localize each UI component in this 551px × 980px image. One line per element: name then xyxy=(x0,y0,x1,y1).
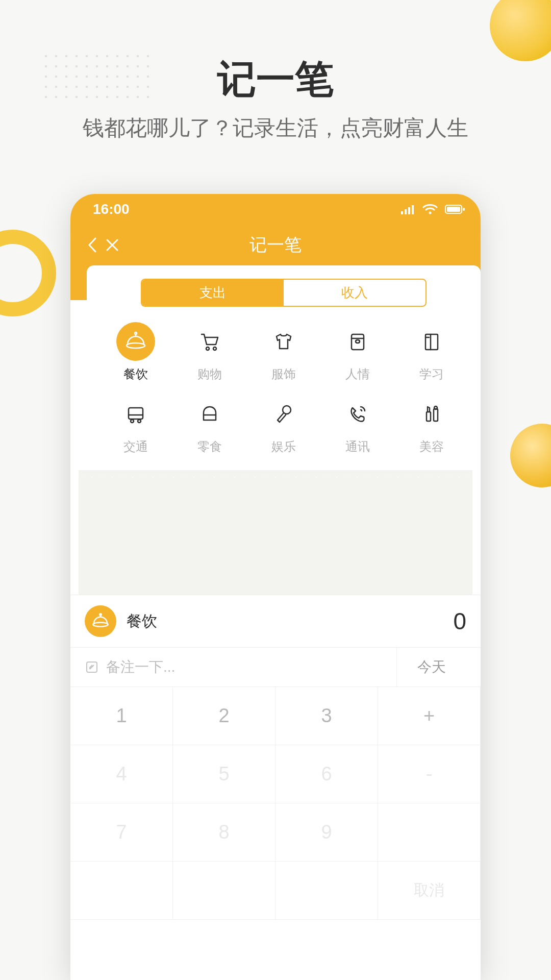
dish-icon xyxy=(116,322,155,361)
svg-rect-0 xyxy=(401,211,403,214)
mic-icon xyxy=(264,395,303,433)
key-1[interactable]: 1 xyxy=(70,687,173,745)
svg-rect-7 xyxy=(463,208,465,211)
back-button[interactable] xyxy=(83,233,101,257)
category-label: 学习 xyxy=(419,366,444,382)
category-communication[interactable]: 通讯 xyxy=(323,395,392,455)
svg-rect-19 xyxy=(434,409,438,421)
svg-rect-2 xyxy=(408,207,410,214)
svg-point-8 xyxy=(127,343,145,348)
expense-income-segment: 支出 收入 xyxy=(141,279,427,307)
key-blank-4[interactable] xyxy=(276,862,378,920)
svg-point-15 xyxy=(131,420,134,423)
svg-rect-18 xyxy=(427,412,431,421)
key-5[interactable]: 5 xyxy=(173,745,276,803)
gift-icon xyxy=(338,322,377,361)
category-dining[interactable]: 餐饮 xyxy=(101,322,170,382)
beauty-icon xyxy=(412,395,451,433)
key-9[interactable]: 9 xyxy=(276,803,378,862)
phone-icon xyxy=(338,395,377,433)
svg-rect-13 xyxy=(425,334,438,350)
key-plus[interactable]: + xyxy=(378,687,481,745)
signal-icon xyxy=(401,204,415,214)
key-minus[interactable]: - xyxy=(378,745,481,803)
blank-area xyxy=(79,477,472,595)
page-subtitle: 钱都花哪儿了？记录生活，点亮财富人生 xyxy=(0,114,551,142)
page-title: 记一笔 xyxy=(0,54,551,106)
category-label: 交通 xyxy=(123,438,148,455)
cart-icon xyxy=(190,322,229,361)
receipt-edge xyxy=(79,470,472,477)
category-relations[interactable]: 人情 xyxy=(323,322,392,382)
category-grid: 餐饮 购物 服饰 人情 xyxy=(101,322,466,470)
category-study[interactable]: 学习 xyxy=(397,322,466,382)
key-3[interactable]: 3 xyxy=(276,687,378,745)
amount-category: 餐饮 xyxy=(127,611,453,632)
key-cancel[interactable]: 取消 xyxy=(378,862,481,920)
key-blank-3[interactable] xyxy=(173,862,276,920)
status-time: 16:00 xyxy=(93,201,401,217)
shirt-icon xyxy=(264,322,303,361)
keypad: 1 2 3 + 4 5 6 - 7 8 9 取消 xyxy=(70,687,481,920)
svg-point-22 xyxy=(99,614,101,615)
svg-point-10 xyxy=(206,347,209,350)
edit-icon xyxy=(85,660,99,674)
nav-bar: 记一笔 xyxy=(70,225,481,265)
key-4[interactable]: 4 xyxy=(70,745,173,803)
svg-rect-3 xyxy=(412,205,414,214)
tab-expense[interactable]: 支出 xyxy=(142,280,284,306)
category-label: 美容 xyxy=(419,438,444,455)
svg-point-16 xyxy=(138,420,141,423)
svg-point-9 xyxy=(135,332,137,334)
svg-point-21 xyxy=(93,622,108,626)
key-8[interactable]: 8 xyxy=(173,803,276,862)
category-label: 服饰 xyxy=(271,366,296,382)
svg-rect-14 xyxy=(129,408,143,419)
amount-row: 餐饮 0 xyxy=(70,595,481,647)
key-2[interactable]: 2 xyxy=(173,687,276,745)
tab-income[interactable]: 收入 xyxy=(284,280,425,306)
svg-point-11 xyxy=(213,347,216,350)
amount-value: 0 xyxy=(453,607,466,635)
category-beauty[interactable]: 美容 xyxy=(397,395,466,455)
nav-title: 记一笔 xyxy=(70,233,481,257)
key-blank-2[interactable] xyxy=(70,862,173,920)
decorative-ring-left xyxy=(0,230,56,316)
book-icon xyxy=(412,322,451,361)
category-shopping[interactable]: 购物 xyxy=(175,322,244,382)
key-7[interactable]: 7 xyxy=(70,803,173,862)
dish-icon xyxy=(85,605,116,637)
category-transport[interactable]: 交通 xyxy=(101,395,170,455)
status-bar: 16:00 xyxy=(70,194,481,225)
battery-icon xyxy=(445,204,465,214)
decorative-circle-top xyxy=(490,0,551,61)
category-label: 购物 xyxy=(197,366,222,382)
category-clothing[interactable]: 服饰 xyxy=(249,322,318,382)
bus-icon xyxy=(116,395,155,433)
close-button[interactable] xyxy=(101,234,123,256)
decorative-circle-right xyxy=(510,424,551,487)
snack-icon xyxy=(190,395,229,433)
category-label: 餐饮 xyxy=(123,366,148,382)
svg-rect-1 xyxy=(405,209,407,214)
category-label: 通讯 xyxy=(345,438,370,455)
category-label: 零食 xyxy=(197,438,222,455)
svg-point-4 xyxy=(429,212,432,214)
category-card: 支出 收入 餐饮 购物 服饰 xyxy=(87,265,481,470)
key-6[interactable]: 6 xyxy=(276,745,378,803)
key-blank-1[interactable] xyxy=(378,803,481,862)
svg-point-20 xyxy=(434,406,437,409)
category-label: 娱乐 xyxy=(271,438,296,455)
category-entertainment[interactable]: 娱乐 xyxy=(249,395,318,455)
date-button[interactable]: 今天 xyxy=(396,648,466,687)
svg-rect-12 xyxy=(352,334,364,350)
category-snacks[interactable]: 零食 xyxy=(175,395,244,455)
category-label: 人情 xyxy=(345,366,370,382)
wifi-icon xyxy=(422,204,438,215)
phone-mockup: 16:00 记一笔 支出 收入 xyxy=(70,194,481,980)
note-row: 备注一下... 今天 xyxy=(70,647,481,687)
svg-rect-6 xyxy=(447,207,460,212)
note-input[interactable]: 备注一下... xyxy=(106,657,396,677)
